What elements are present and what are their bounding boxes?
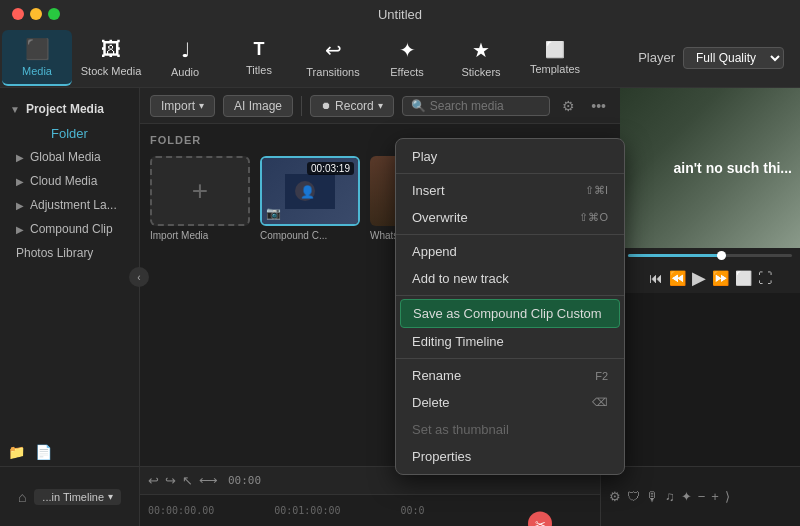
cm-add-track[interactable]: Add to new track bbox=[396, 265, 624, 292]
toolbar-item-audio[interactable]: ♩ Audio bbox=[150, 30, 220, 86]
zoom-in-icon[interactable]: + bbox=[711, 489, 719, 504]
sidebar-item-cloud-media[interactable]: ▶ Cloud Media bbox=[0, 169, 139, 193]
camera-icon: 📷 bbox=[266, 206, 281, 220]
zoom-out-icon[interactable]: − bbox=[698, 489, 706, 504]
traffic-lights bbox=[12, 8, 60, 20]
sidebar-header[interactable]: ▼ Project Media bbox=[0, 96, 139, 122]
minimize-button[interactable] bbox=[30, 8, 42, 20]
search-icon: 🔍 bbox=[411, 99, 426, 113]
record-dot-icon: ⏺ bbox=[321, 100, 331, 111]
import-chevron-icon: ▾ bbox=[199, 100, 204, 111]
player-section: Player Full Quality Half Quality bbox=[638, 47, 800, 69]
sidebar-folder[interactable]: Folder bbox=[0, 122, 139, 145]
cm-editing-timeline[interactable]: Editing Timeline bbox=[396, 328, 624, 355]
close-button[interactable] bbox=[12, 8, 24, 20]
sidebar-header-label: Project Media bbox=[26, 102, 104, 116]
effects-icon: ✦ bbox=[399, 38, 416, 62]
player-label: Player bbox=[638, 50, 675, 65]
record-button[interactable]: ⏺ Record ▾ bbox=[310, 95, 394, 117]
compound-clip-item[interactable]: 👤 00:03:19 📷 Compound C... bbox=[260, 156, 360, 241]
stock-media-icon: 🖼 bbox=[101, 38, 121, 61]
sidebar-collapse-button[interactable]: ‹ bbox=[129, 267, 149, 287]
stop-icon[interactable]: ⬜ bbox=[735, 270, 752, 286]
import-media-item[interactable]: + Import Media bbox=[150, 156, 250, 241]
settings-icon[interactable]: ⚙ bbox=[609, 489, 621, 504]
toolbar-item-effects[interactable]: ✦ Effects bbox=[372, 30, 442, 86]
cm-overwrite[interactable]: Overwrite ⇧⌘O bbox=[396, 204, 624, 231]
in-timeline-button[interactable]: ...in Timeline ▾ bbox=[34, 489, 121, 505]
cm-rename[interactable]: Rename F2 bbox=[396, 362, 624, 389]
play-icon[interactable]: ▶ bbox=[692, 267, 706, 289]
cm-append[interactable]: Append bbox=[396, 238, 624, 265]
playback-progress[interactable] bbox=[628, 254, 792, 257]
timeline-home-icon[interactable]: ⌂ bbox=[18, 489, 26, 505]
ripple-icon[interactable]: ⟷ bbox=[199, 473, 218, 488]
cm-divider-3 bbox=[396, 295, 624, 296]
title-bar: Untitled bbox=[0, 0, 800, 28]
forward-icon[interactable]: ⏩ bbox=[712, 270, 729, 286]
skip-back-icon[interactable]: ⏮ bbox=[649, 270, 663, 286]
media-icon: ⬛ bbox=[25, 37, 50, 61]
cm-divider-4 bbox=[396, 358, 624, 359]
playback-fill bbox=[628, 254, 726, 257]
ts-2: 00:0 bbox=[400, 505, 424, 516]
redo-icon[interactable]: ↪ bbox=[165, 473, 176, 488]
toolbar-item-stock[interactable]: 🖼 Stock Media bbox=[76, 30, 146, 86]
toolbar-divider bbox=[301, 96, 302, 116]
toolbar-item-titles[interactable]: T Titles bbox=[224, 30, 294, 86]
ts-1: 00:01:00:00 bbox=[274, 505, 340, 516]
sidebar-item-global-media[interactable]: ▶ Global Media bbox=[0, 145, 139, 169]
import-button[interactable]: Import ▾ bbox=[150, 95, 215, 117]
toolbar-item-transitions[interactable]: ↩ Transitions bbox=[298, 30, 368, 86]
filter-icon[interactable]: ⚙ bbox=[558, 96, 579, 116]
shield-icon[interactable]: 🛡 bbox=[627, 489, 640, 504]
chevron-right-icon: ▶ bbox=[16, 224, 24, 235]
preview-text: ain't no such thi... bbox=[674, 159, 792, 177]
toolbar-item-templates[interactable]: ⬜ Templates bbox=[520, 30, 590, 86]
cm-insert[interactable]: Insert ⇧⌘I bbox=[396, 177, 624, 204]
sidebar-bottom-icons: 📁 📄 bbox=[8, 444, 52, 460]
rewind-icon[interactable]: ⏪ bbox=[669, 270, 686, 286]
bottom-bar: ⌂ ...in Timeline ▾ ↩ ↪ ↖ ⟷ 00:00 00:00:0… bbox=[0, 466, 800, 526]
timeline-timestamps: 00:00:00.00 00:01:00:00 00:0 bbox=[140, 505, 433, 516]
cm-set-thumbnail: Set as thumbnail bbox=[396, 416, 624, 443]
add-folder-icon[interactable]: 📁 bbox=[8, 444, 25, 460]
maximize-button[interactable] bbox=[48, 8, 60, 20]
magic-icon[interactable]: ✦ bbox=[681, 489, 692, 504]
timeline-right: ⚙ 🛡 🎙 ♫ ✦ − + ⟩ bbox=[600, 467, 800, 526]
more-icon[interactable]: ⟩ bbox=[725, 489, 730, 504]
sidebar-item-compound-clip[interactable]: ▶ Compound Clip bbox=[0, 217, 139, 241]
search-box[interactable]: 🔍 bbox=[402, 96, 551, 116]
search-input[interactable] bbox=[430, 99, 542, 113]
cm-delete[interactable]: Delete ⌫ bbox=[396, 389, 624, 416]
plus-icon: + bbox=[192, 175, 208, 207]
import-thumb[interactable]: + bbox=[150, 156, 250, 226]
cm-compound-clip[interactable]: Save as Compound Clip Custom bbox=[400, 299, 620, 328]
playback-dot bbox=[717, 251, 726, 260]
ai-image-button[interactable]: AI Image bbox=[223, 95, 293, 117]
sidebar-item-adjustment[interactable]: ▶ Adjustment La... bbox=[0, 193, 139, 217]
cm-properties[interactable]: Properties bbox=[396, 443, 624, 470]
toolbar-item-stickers[interactable]: ★ Stickers bbox=[446, 30, 516, 86]
cm-play[interactable]: Play bbox=[396, 143, 624, 170]
compound-duration: 00:03:19 bbox=[307, 162, 354, 175]
transitions-icon: ↩ bbox=[325, 38, 342, 62]
audio-icon: ♩ bbox=[181, 38, 190, 62]
quality-select[interactable]: Full Quality Half Quality bbox=[683, 47, 784, 69]
sidebar-item-photos-library[interactable]: Photos Library bbox=[0, 241, 139, 265]
fullscreen-icon[interactable]: ⛶ bbox=[758, 270, 772, 286]
toolbar-item-media[interactable]: ⬛ Media bbox=[2, 30, 72, 86]
music-icon[interactable]: ♫ bbox=[665, 489, 675, 504]
content-toolbar: Import ▾ AI Image ⏺ Record ▾ 🔍 ⚙ ••• bbox=[140, 88, 620, 124]
undo-icon[interactable]: ↩ bbox=[148, 473, 159, 488]
select-tool-icon[interactable]: ↖ bbox=[182, 473, 193, 488]
preview-background: ain't no such thi... bbox=[620, 88, 800, 248]
more-options-icon[interactable]: ••• bbox=[587, 96, 610, 116]
sidebar: ▼ Project Media Folder ▶ Global Media ▶ … bbox=[0, 88, 140, 466]
templates-icon: ⬜ bbox=[545, 40, 565, 59]
add-item-icon[interactable]: 📄 bbox=[35, 444, 52, 460]
content-area: Import ▾ AI Image ⏺ Record ▾ 🔍 ⚙ ••• FOL… bbox=[140, 88, 620, 466]
playback-controls: ⏮ ⏪ ▶ ⏩ ⬜ ⛶ bbox=[620, 263, 800, 293]
compound-thumb: 👤 00:03:19 📷 bbox=[260, 156, 360, 226]
mic-icon[interactable]: 🎙 bbox=[646, 489, 659, 504]
